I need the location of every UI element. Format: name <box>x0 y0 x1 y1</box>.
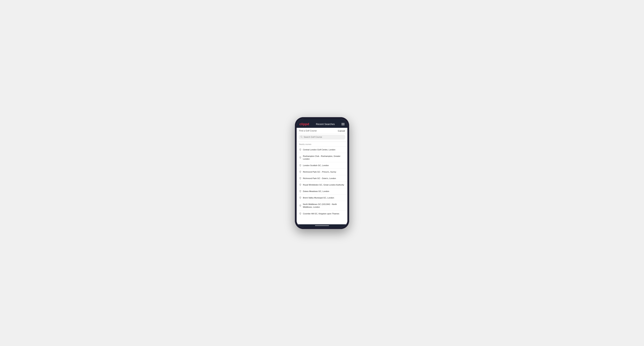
search-input[interactable] <box>304 136 344 138</box>
status-bar <box>296 119 348 121</box>
svg-point-6 <box>300 178 300 178</box>
course-name-9: Coombe Hill GC, Kingston upon Thames <box>303 212 339 215</box>
course-name-7: Brent Valley Municipal GC, London <box>303 196 334 199</box>
app-logo: clippd <box>300 122 309 126</box>
svg-point-7 <box>300 184 300 185</box>
find-label: Find a Golf Course <box>299 130 317 132</box>
course-name-2: London Scottish GC, London <box>303 164 329 167</box>
location-pin-icon-7 <box>299 196 302 199</box>
course-item-1[interactable]: Roehampton Club - Roehampton, Greater Lo… <box>296 153 348 162</box>
nav-bar: clippd Recent Searches <box>296 121 348 128</box>
course-item-6[interactable]: Dukes Meadows GC, London <box>296 188 348 194</box>
find-header: Find a Golf Course Cancel <box>296 128 348 134</box>
location-pin-icon-4 <box>299 177 302 179</box>
course-item-2[interactable]: London Scottish GC, London <box>296 162 348 169</box>
nearby-courses-section: Nearby courses Central London Golf Centr… <box>296 142 348 224</box>
location-pin-icon-5 <box>299 183 302 186</box>
search-icon <box>300 136 302 139</box>
location-pin-icon-6 <box>299 190 302 192</box>
search-box[interactable] <box>299 135 345 140</box>
location-pin-icon-8 <box>299 204 302 207</box>
hamburger-menu-icon[interactable] <box>342 123 344 125</box>
cancel-button[interactable]: Cancel <box>338 130 345 132</box>
location-pin-icon-1 <box>299 156 302 159</box>
phone-frame: clippd Recent Searches Find a Golf Cours… <box>295 117 349 229</box>
svg-point-9 <box>300 197 300 197</box>
location-pin-icon-9 <box>299 212 302 215</box>
svg-point-2 <box>300 149 300 149</box>
home-indicator <box>296 224 348 227</box>
location-pin-icon-3 <box>299 171 302 173</box>
search-box-wrapper <box>296 134 348 141</box>
location-pin-icon-0 <box>299 149 302 151</box>
course-item-8[interactable]: North Middlesex GC (1011942 - North Midd… <box>296 201 348 210</box>
phone-screen: clippd Recent Searches Find a Golf Cours… <box>296 119 348 227</box>
nearby-section-label: Nearby courses <box>296 142 348 147</box>
nav-title: Recent Searches <box>316 123 334 126</box>
course-name-0: Central London Golf Centre, London <box>303 148 335 151</box>
svg-line-1 <box>302 137 302 138</box>
course-item-7[interactable]: Brent Valley Municipal GC, London <box>296 194 348 201</box>
svg-point-4 <box>300 165 300 165</box>
course-name-1: Roehampton Club - Roehampton, Greater Lo… <box>303 155 345 160</box>
course-item-5[interactable]: Royal Wimbledon GC, Great London Authori… <box>296 182 348 188</box>
course-name-3: Richmond Park GC - Prince's, Surrey <box>303 171 336 173</box>
svg-point-11 <box>300 213 300 213</box>
course-name-4: Richmond Park GC - Duke's, London <box>303 177 336 180</box>
course-name-5: Royal Wimbledon GC, Great London Authori… <box>303 183 344 186</box>
course-item-9[interactable]: Coombe Hill GC, Kingston upon Thames <box>296 210 348 217</box>
location-pin-icon-2 <box>299 164 302 167</box>
svg-point-5 <box>300 171 300 172</box>
course-name-6: Dukes Meadows GC, London <box>303 190 329 193</box>
course-item-4[interactable]: Richmond Park GC - Duke's, London <box>296 175 348 182</box>
course-item-0[interactable]: Central London Golf Centre, London <box>296 147 348 153</box>
svg-point-3 <box>300 157 300 157</box>
course-name-8: North Middlesex GC (1011942 - North Midd… <box>303 203 345 208</box>
course-item-3[interactable]: Richmond Park GC - Prince's, Surrey <box>296 169 348 175</box>
home-bar <box>315 225 329 226</box>
svg-point-8 <box>300 191 300 191</box>
svg-point-10 <box>300 205 300 205</box>
main-content: Find a Golf Course Cancel Nearby <box>296 128 348 224</box>
